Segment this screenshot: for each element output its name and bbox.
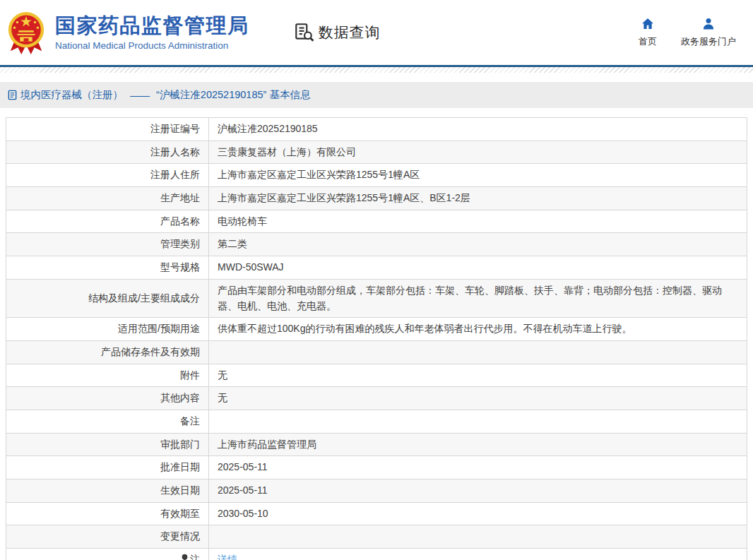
row-value: 上海市药品监督管理局 [209, 433, 747, 456]
table-row: 注详情 [6, 549, 747, 560]
row-label: 产品储存条件及有效期 [6, 340, 209, 364]
brand: 国家药品监督管理局 National Medical Products Admi… [6, 9, 249, 56]
row-value [209, 340, 747, 364]
nav-home-label: 首页 [639, 35, 657, 48]
document-search-icon [293, 22, 314, 43]
row-label: 生产地址 [6, 187, 209, 210]
data-query-label: 数据查询 [319, 23, 381, 42]
row-label: 管理类别 [6, 233, 209, 256]
document-icon [7, 90, 18, 100]
row-label: 附件 [6, 364, 209, 387]
org-name-en: National Medical Products Administration [55, 40, 249, 51]
row-label: 产品名称 [6, 210, 209, 233]
table-row: 审批部门上海市药品监督管理局 [6, 433, 747, 456]
row-label: 其他内容 [6, 387, 209, 410]
table-row: 有效期至2030-05-10 [6, 502, 747, 525]
row-value: 产品由车架部分和电动部分组成，车架部分包括：车架、车轮、脚踏板、扶手、靠背；电动… [209, 279, 747, 317]
data-query-heading: 数据查询 [293, 22, 381, 43]
row-label: 备注 [6, 410, 209, 433]
top-nav: 首页 政务服务门户 [639, 17, 736, 48]
row-value: 第二类 [209, 233, 747, 256]
row-label: 型号规格 [6, 256, 209, 280]
row-label: 注册人住所 [6, 164, 209, 187]
table-row: 备注 [6, 410, 747, 433]
row-label: 生效日期 [6, 479, 209, 503]
table-row: 批准日期2025-05-11 [6, 456, 747, 479]
table-row: 型号规格MWD-50SWAJ [6, 256, 747, 280]
row-value: 沪械注准20252190185 [209, 118, 747, 141]
table-row: 结构及组成/主要组成成分产品由车架部分和电动部分组成，车架部分包括：车架、车轮、… [6, 279, 747, 317]
details-link[interactable]: 详情 [218, 554, 237, 560]
row-value: 详情 [209, 549, 747, 560]
breadcrumb-detail: “沪械注准20252190185” 基本信息 [156, 88, 310, 102]
row-value: 无 [209, 387, 747, 410]
nav-home[interactable]: 首页 [639, 17, 657, 48]
row-value: 供体重不超过100Kg的行动有困难的残疾人和年老体弱者出行代步用。不得在机动车道… [209, 318, 747, 341]
brand-text: 国家药品监督管理局 National Medical Products Admi… [55, 14, 249, 50]
breadcrumb-category[interactable]: 境内医疗器械（注册） [20, 88, 123, 102]
row-label: 注册人名称 [6, 141, 209, 164]
table-row: 产品名称电动轮椅车 [6, 210, 747, 233]
row-value [209, 525, 747, 549]
row-value: 上海市嘉定区嘉定工业区兴荣路1255号1幢A区 [209, 164, 747, 187]
row-label: 注 [6, 549, 209, 560]
table-row: 其他内容无 [6, 387, 747, 410]
table-row: 注册人住所上海市嘉定区嘉定工业区兴荣路1255号1幢A区 [6, 164, 747, 187]
table-row: 注册证编号沪械注准20252190185 [6, 118, 747, 141]
row-value: 2030-05-10 [209, 502, 747, 525]
row-label: 适用范围/预期用途 [6, 318, 209, 341]
table-row: 附件无 [6, 364, 747, 387]
national-emblem-icon [6, 11, 47, 56]
row-value: 2025-05-11 [209, 456, 747, 479]
site-header: 国家药品监督管理局 National Medical Products Admi… [0, 0, 753, 65]
row-value: 上海市嘉定区嘉定工业区兴荣路1255号1幢A区、B区1-2层 [209, 187, 747, 210]
org-name-cn: 国家药品监督管理局 [55, 14, 249, 37]
table-row: 生效日期2025-05-11 [6, 479, 747, 503]
row-label: 批准日期 [6, 456, 209, 479]
table-row: 注册人名称三贵康复器材（上海）有限公司 [6, 141, 747, 164]
breadcrumb-separator: —— [130, 90, 149, 101]
nav-gov-portal[interactable]: 政务服务门户 [681, 17, 736, 48]
registration-info-table: 注册证编号沪械注准20252190185注册人名称三贵康复器材（上海）有限公司注… [6, 117, 747, 560]
row-label: 审批部门 [6, 433, 209, 456]
row-value: 三贵康复器材（上海）有限公司 [209, 141, 747, 164]
row-label: 注册证编号 [6, 118, 209, 141]
row-label: 有效期至 [6, 502, 209, 525]
breadcrumb: 境内医疗器械（注册） —— “沪械注准20252190185” 基本信息 [0, 82, 753, 108]
row-value [209, 410, 747, 433]
hatch-band [0, 67, 753, 73]
table-row: 适用范围/预期用途供体重不超过100Kg的行动有困难的残疾人和年老体弱者出行代步… [6, 318, 747, 341]
row-value: 无 [209, 364, 747, 387]
table-row: 变更情况 [6, 525, 747, 549]
user-icon [701, 17, 716, 31]
row-value: 电动轮椅车 [209, 210, 747, 233]
table-row: 管理类别第二类 [6, 233, 747, 256]
home-icon [641, 17, 655, 31]
row-label: 结构及组成/主要组成成分 [6, 279, 209, 317]
row-value: MWD-50SWAJ [209, 256, 747, 280]
table-row: 产品储存条件及有效期 [6, 340, 747, 364]
row-label: 变更情况 [6, 525, 209, 549]
row-value: 2025-05-11 [209, 479, 747, 503]
table-row: 生产地址上海市嘉定区嘉定工业区兴荣路1255号1幢A区、B区1-2层 [6, 187, 747, 210]
nav-gov-portal-label: 政务服务门户 [681, 35, 736, 48]
info-table-body: 注册证编号沪械注准20252190185注册人名称三贵康复器材（上海）有限公司注… [6, 118, 747, 560]
bulb-icon [181, 554, 189, 560]
